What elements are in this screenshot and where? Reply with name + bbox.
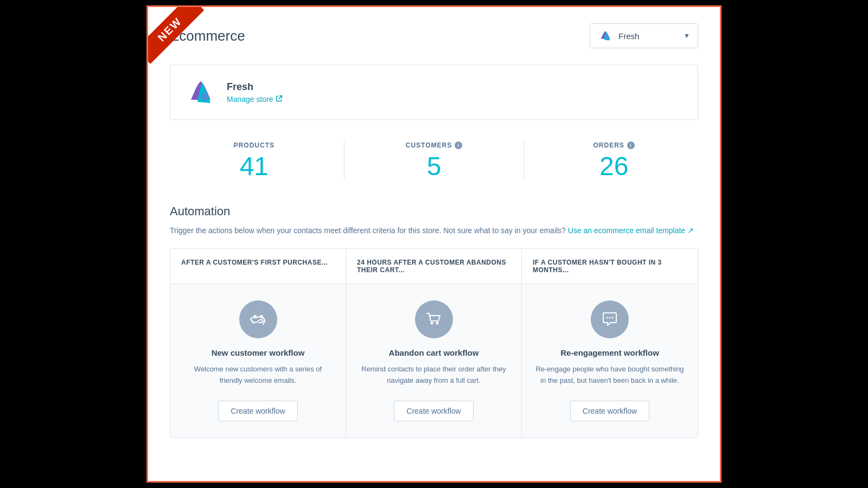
cart-icon — [425, 310, 443, 329]
new-ribbon: NEW — [148, 7, 208, 67]
create-workflow-button-0[interactable]: Create workflow — [218, 401, 297, 421]
new-ribbon-text: NEW — [148, 7, 204, 64]
store-card-info: Fresh Manage store — [227, 81, 283, 104]
workflow-header-row: AFTER A CUSTOMER'S FIRST PURCHASE... 24 … — [170, 249, 698, 284]
workflow-table: AFTER A CUSTOMER'S FIRST PURCHASE... 24 … — [170, 248, 698, 438]
workflow-card-0: New customer workflow Welcome new custom… — [170, 284, 346, 438]
stat-divider-1 — [344, 142, 344, 179]
workflow-header-0: AFTER A CUSTOMER'S FIRST PURCHASE... — [170, 249, 346, 284]
svg-point-2 — [253, 315, 257, 318]
stat-divider-2 — [524, 142, 524, 179]
create-workflow-button-2[interactable]: Create workflow — [570, 401, 649, 421]
stat-customers: CUSTOMERS i 5 — [350, 142, 519, 179]
workflow-card-2: Re-engagement workflow Re-engage people … — [522, 284, 698, 438]
workflow-body-row: New customer workflow Welcome new custom… — [170, 284, 698, 438]
store-selector-name: Fresh — [618, 31, 678, 41]
orders-info-icon[interactable]: i — [627, 142, 635, 149]
stat-products-label: PRODUCTS — [170, 142, 339, 149]
workflow-desc-0: Welcome new customers with a series of f… — [183, 364, 333, 387]
svg-point-6 — [607, 317, 608, 319]
svg-point-7 — [609, 317, 611, 319]
store-name: Fresh — [227, 81, 283, 93]
workflow-name-2: Re-engagement workflow — [560, 348, 659, 357]
manage-store-label: Manage store — [227, 95, 273, 104]
store-logo-icon — [186, 77, 216, 107]
workflow-desc-2: Re-engage people who have bought somethi… — [535, 364, 685, 387]
workflow-name-1: Abandon cart workflow — [389, 348, 479, 357]
automation-description: Trigger the actions below when your cont… — [170, 225, 698, 236]
page-header: Ecommerce Fresh ▼ — [170, 23, 698, 48]
handshake-icon — [249, 310, 267, 329]
store-selector-logo-icon — [598, 28, 613, 43]
dropdown-arrow-icon: ▼ — [684, 32, 690, 40]
chat-icon — [601, 310, 619, 329]
automation-title: Automation — [170, 204, 698, 219]
stats-row: PRODUCTS 41 CUSTOMERS i 5 ORDERS i 26 — [170, 136, 698, 185]
stat-orders: ORDERS i 26 — [529, 142, 698, 179]
workflow-name-0: New customer workflow — [212, 348, 305, 357]
svg-point-5 — [436, 322, 438, 325]
store-selector-dropdown[interactable]: Fresh ▼ — [590, 23, 698, 48]
ecommerce-email-template-link[interactable]: Use an ecommerce email template ↗ — [568, 226, 694, 235]
workflow-icon-1 — [415, 300, 453, 338]
stat-orders-value: 26 — [529, 153, 698, 179]
workflow-desc-1: Remind contacts to place their order aft… — [359, 364, 508, 387]
stat-products: PRODUCTS 41 — [170, 142, 339, 179]
workflow-icon-2 — [591, 300, 629, 338]
create-workflow-button-1[interactable]: Create workflow — [394, 401, 473, 421]
stat-orders-label: ORDERS i — [529, 142, 698, 149]
workflow-card-1: Abandon cart workflow Remind contacts to… — [346, 284, 522, 438]
workflow-header-1: 24 HOURS AFTER A CUSTOMER ABANDONS THEIR… — [346, 249, 522, 284]
external-link-icon — [276, 95, 283, 104]
stat-products-value: 41 — [170, 153, 339, 179]
workflow-header-2: IF A CUSTOMER HASN'T BOUGHT IN 3 MONTHS.… — [522, 249, 698, 284]
store-card-logo — [186, 77, 216, 107]
manage-store-link[interactable]: Manage store — [227, 95, 283, 104]
stat-customers-value: 5 — [350, 153, 519, 179]
store-card: Fresh Manage store — [170, 65, 698, 120]
customers-info-icon[interactable]: i — [455, 142, 462, 149]
workflow-icon-0 — [239, 300, 277, 338]
main-frame: NEW Ecommerce Fresh ▼ — [146, 5, 722, 483]
svg-point-3 — [260, 315, 263, 318]
stat-customers-label: CUSTOMERS i — [350, 142, 519, 149]
svg-point-4 — [430, 322, 433, 325]
svg-point-8 — [612, 317, 614, 319]
